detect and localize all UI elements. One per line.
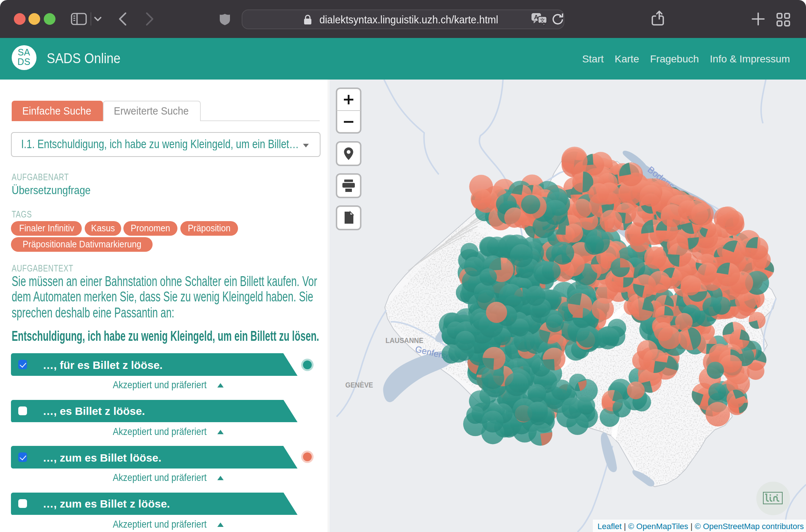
svg-text:文: 文 <box>540 17 545 23</box>
svg-text:A: A <box>534 14 538 21</box>
